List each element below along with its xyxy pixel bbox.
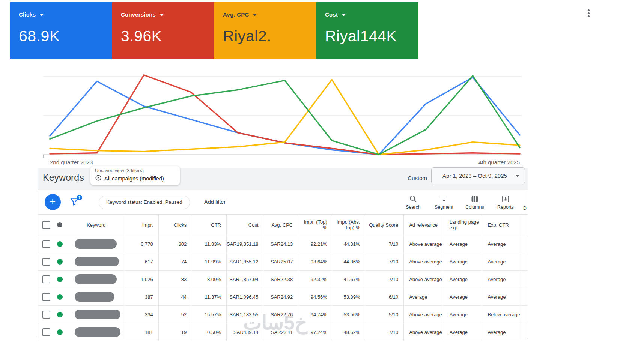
keyword-cell	[69, 235, 124, 253]
column-header-keyword[interactable]: Keyword	[69, 215, 124, 235]
status-enabled-dot	[57, 259, 63, 265]
date-range-picker[interactable]: Apr 1, 2023 – Oct 9, 2025	[431, 167, 525, 184]
metric-selector-avg-cpc[interactable]: Avg. CPC	[223, 11, 316, 18]
cell-ad-relevance: Above average	[403, 271, 444, 288]
metric-label: Clicks	[19, 11, 36, 18]
redacted-keyword	[75, 310, 120, 319]
more-options-kebab-icon[interactable]	[585, 8, 592, 23]
metric-selector-conversions[interactable]: Conversions	[121, 11, 214, 18]
cut-cell	[522, 235, 528, 253]
add-filter-button[interactable]: Add filter	[204, 199, 226, 205]
row-checkbox[interactable]	[42, 240, 50, 248]
metric-label: Conversions	[121, 11, 156, 18]
cell-cost: SAR19,351.18	[226, 235, 264, 253]
column-header-quality-score[interactable]: Quality Score	[366, 215, 404, 235]
metric-label: Avg. CPC	[223, 11, 249, 18]
cell-impr-abs-top: 53.89%	[333, 288, 366, 305]
cell-ctr: 11.83%	[192, 235, 226, 253]
cell-quality-score: 7/10	[366, 323, 404, 341]
cell-quality-score: 6/10	[366, 288, 404, 305]
add-keyword-button[interactable]: +	[45, 194, 61, 210]
select-all-checkbox[interactable]	[42, 221, 50, 229]
cell-cost: SAR1,857.94	[226, 271, 264, 288]
row-select-cell	[38, 288, 54, 305]
cell-impr-abs-top: 53.56%	[333, 306, 366, 323]
column-header-c[interactable]: C	[522, 215, 528, 235]
status-dot-header	[57, 222, 62, 227]
cell-impr-top: 93.64%	[298, 253, 333, 270]
column-header-impr[interactable]: Impr.	[124, 215, 158, 235]
keyword-cell	[69, 271, 124, 288]
redacted-keyword	[75, 274, 117, 284]
metric-cards: Clicks 68.9K Conversions 3.96K Avg. CPC …	[10, 2, 418, 59]
redacted-keyword	[75, 257, 119, 266]
metric-card-conversions: Conversions 3.96K	[112, 2, 214, 59]
row-status-cell	[54, 306, 69, 323]
row-checkbox[interactable]	[42, 293, 50, 301]
select-all-cell	[38, 215, 54, 235]
cell-cost: SAR1,855.12	[226, 253, 264, 270]
status-enabled-dot	[57, 294, 63, 300]
view-chip[interactable]: Unsaved view (3 filters) All campaigns (…	[90, 166, 180, 185]
status-enabled-dot	[57, 277, 63, 282]
search-button[interactable]: Search	[398, 193, 429, 210]
column-header-impr-top[interactable]: Impr. (Top) %	[298, 215, 333, 235]
metric-selector-cost[interactable]: Cost	[325, 11, 418, 18]
segment-button[interactable]: Segment	[429, 193, 459, 210]
cell-impr-abs-top: 44.31%	[333, 235, 366, 253]
cell-avg-cpc: SAR24.92	[264, 288, 298, 305]
cell-landing-page-exp: Average	[444, 253, 482, 270]
column-header-exp-ctr[interactable]: Exp. CTR	[482, 215, 522, 235]
cell-landing-page-exp: Average	[444, 306, 482, 323]
column-header-impr-abs-top[interactable]: Impr. (Abs. Top) %	[333, 215, 366, 235]
metric-value: Riyal144K	[325, 27, 418, 45]
cell-impr-abs-top: 48.62%	[333, 323, 366, 341]
column-header-cost[interactable]: Cost	[226, 215, 264, 235]
keyword-cell	[69, 323, 124, 341]
cell-landing-page-exp: Average	[444, 323, 482, 341]
cell-ctr: 15.57%	[192, 306, 226, 323]
filter-count-badge: 1	[77, 195, 82, 200]
row-checkbox[interactable]	[42, 311, 50, 319]
cell-exp-ctr: Average	[482, 253, 522, 270]
compass-icon	[95, 174, 102, 182]
cell-ad-relevance: Above average	[403, 235, 444, 253]
redacted-keyword	[75, 292, 114, 302]
metric-value: 3.96K	[121, 27, 214, 45]
cell-clicks: 802	[158, 235, 192, 253]
cell-impr-abs-top: 44.86%	[333, 253, 366, 270]
column-header-clicks[interactable]: Clicks	[158, 215, 192, 235]
cell-ad-relevance: Above average	[403, 306, 444, 323]
cell-quality-score: 5/10	[366, 306, 404, 323]
cell-landing-page-exp: Average	[444, 288, 482, 305]
row-checkbox[interactable]	[42, 258, 50, 266]
cell-exp-ctr: Average	[482, 323, 522, 341]
columns-button[interactable]: Columns	[459, 193, 490, 210]
cell-landing-page-exp: Average	[444, 271, 482, 288]
row-checkbox[interactable]	[42, 275, 50, 283]
search-icon	[409, 194, 418, 203]
column-header-ad-relevance[interactable]: Ad relevance	[403, 215, 444, 235]
status-enabled-dot	[57, 329, 63, 335]
performance-line-chart	[0, 60, 638, 173]
cell-ad-relevance: Average	[403, 288, 444, 305]
column-header-landing-page-exp[interactable]: Landing page exp.	[444, 215, 482, 235]
metric-selector-clicks[interactable]: Clicks	[19, 11, 112, 18]
cell-clicks: 52	[158, 306, 192, 323]
chevron-down-icon	[253, 14, 257, 16]
cell-impr: 387	[124, 288, 158, 305]
cell-impr-top: 94.56%	[298, 288, 333, 305]
download-button-cut[interactable]: D	[523, 206, 527, 211]
cell-clicks: 44	[158, 288, 192, 305]
status-enabled-dot	[57, 241, 63, 247]
reports-button[interactable]: Reports	[490, 193, 521, 210]
cell-impr-top: 92.32%	[298, 271, 333, 288]
table-toolbar: + 1 Keyword status: Enabled, Paused Add …	[38, 190, 528, 215]
cell-quality-score: 7/10	[366, 235, 404, 253]
cell-ctr: 11.37%	[192, 288, 226, 305]
keyword-status-filter-chip[interactable]: Keyword status: Enabled, Paused	[99, 196, 190, 209]
cell-ctr: 11.99%	[192, 253, 226, 270]
row-checkbox[interactable]	[42, 328, 50, 336]
column-header-avg-cpc[interactable]: Avg. CPC	[264, 215, 298, 235]
column-header-ctr[interactable]: CTR	[192, 215, 226, 235]
